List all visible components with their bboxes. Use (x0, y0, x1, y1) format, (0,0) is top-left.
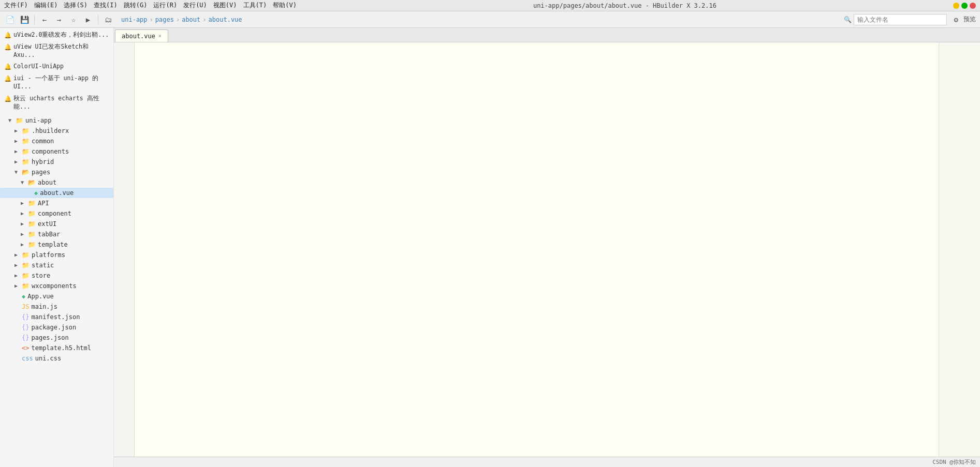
arrow-icon: ▼ (14, 169, 22, 175)
news-item-2[interactable]: 🔔 ColorUI-UniApp (2, 61, 111, 72)
news-item-0[interactable]: 🔔 uView2.0重磅发布，利剑出鞘... (2, 29, 111, 41)
tree-label: package.json (31, 324, 76, 331)
arrow-icon: ▶ (14, 262, 22, 268)
folder-icon: 📁 (28, 241, 36, 248)
tree-label: tabBar (38, 231, 60, 238)
main-layout: 🔔 uView2.0重磅发布，利剑出鞘... 🔔 uView UI已发布Sket… (0, 28, 980, 467)
new-file-button[interactable]: 📄 (4, 14, 16, 25)
tree-item-component[interactable]: ▶ 📁 component (0, 208, 113, 219)
tree-item-package[interactable]: {} package.json (0, 322, 113, 333)
code-panel (114, 42, 980, 457)
menu-item[interactable]: 帮助(V) (273, 1, 297, 10)
filter-button[interactable]: ⚙ (954, 16, 958, 24)
code-editor[interactable] (135, 42, 939, 457)
window-title: uni-app/pages/about/about.vue - HBuilder… (533, 2, 716, 9)
search-box[interactable]: 🔍 (844, 14, 947, 25)
breadcrumb-pages[interactable]: pages (155, 16, 174, 23)
news-label: iui - 一个基于 uni-app 的 UI... (13, 74, 109, 91)
tree-label: API (38, 200, 49, 207)
folder-icon: 📁 (28, 200, 36, 207)
vue-file-icon: ◆ (34, 189, 38, 197)
tree-item-about[interactable]: ▼ 📂 about (0, 177, 113, 188)
json-file-icon: {} (22, 324, 29, 331)
tree-item-app-vue[interactable]: ◆ App.vue (0, 291, 113, 302)
search-icon: 🔍 (844, 16, 852, 23)
menu-item[interactable]: 工具(T) (243, 1, 267, 10)
tab-label: about.vue (122, 33, 155, 40)
tree-item-main-js[interactable]: JS main.js (0, 302, 113, 312)
tree-item-tabbar[interactable]: ▶ 📁 tabBar (0, 229, 113, 239)
menu-item[interactable]: 编辑(E) (34, 1, 58, 10)
menu-item[interactable]: 选择(S) (64, 1, 87, 10)
tree-label: component (38, 210, 71, 217)
tree-label: uni-app (25, 117, 52, 124)
menu-item[interactable]: 运行(R) (153, 1, 177, 10)
back-button[interactable]: ← (39, 14, 50, 25)
titlebar: 文件(F) 编辑(E) 选择(S) 查找(I) 跳转(G) 运行(R) 发行(U… (0, 0, 980, 11)
news-item-1[interactable]: 🔔 uView UI已发布Sketch和Axu... (2, 41, 111, 61)
file-tree: ▼ 📁 uni-app ▶ 📁 .hbuilderx ▶ 📁 common ▶ … (0, 115, 113, 364)
tree-label: pages (32, 169, 50, 176)
news-item-4[interactable]: 🔔 秋云 ucharts echarts 高性能... (2, 93, 111, 112)
tree-label: template.h5.html (31, 344, 91, 352)
code-container[interactable] (114, 42, 939, 457)
tree-item-platforms[interactable]: ▶ 📁 platforms (0, 250, 113, 260)
tree-item-uniapp[interactable]: ▼ 📁 uni-app (0, 115, 113, 126)
news-item-3[interactable]: 🔔 iui - 一个基于 uni-app 的 UI... (2, 72, 111, 92)
tree-item-components[interactable]: ▶ 📁 components (0, 146, 113, 157)
run-button[interactable]: ▶ (82, 14, 94, 25)
tree-item-template-html[interactable]: <> template.h5.html (0, 343, 113, 353)
tree-item-pages[interactable]: ▼ 📂 pages (0, 167, 113, 177)
search-input[interactable] (854, 14, 947, 25)
menu-bar[interactable]: 文件(F) 编辑(E) 选择(S) 查找(I) 跳转(G) 运行(R) 发行(U… (4, 1, 297, 10)
arrow-icon: ▶ (14, 283, 22, 289)
breadcrumb-about[interactable]: about (182, 16, 200, 23)
close-button[interactable] (970, 3, 976, 9)
breadcrumb-root[interactable]: uni-app (121, 16, 148, 23)
window-buttons[interactable] (953, 3, 976, 9)
tree-label: static (32, 262, 54, 269)
tree-item-store[interactable]: ▶ 📁 store (0, 270, 113, 281)
breadcrumb-file[interactable]: about.vue (209, 16, 242, 23)
save-button[interactable]: 💾 (19, 14, 30, 25)
tree-item-hbuilderx[interactable]: ▶ 📁 .hbuilderx (0, 126, 113, 136)
tree-label: App.vue (27, 293, 54, 300)
arrow-icon: ▶ (21, 231, 28, 237)
news-icon: 🔔 (4, 43, 11, 51)
tab-about-vue[interactable]: about.vue × (115, 29, 168, 42)
tree-item-manifest[interactable]: {} manifest.json (0, 312, 113, 322)
minimize-button[interactable] (953, 3, 959, 9)
tree-label: manifest.json (31, 313, 80, 321)
tree-label: extUI (38, 220, 56, 228)
tree-item-pages-json[interactable]: {} pages.json (0, 333, 113, 343)
maximize-button[interactable] (961, 3, 968, 9)
menu-item[interactable]: 文件(F) (4, 1, 28, 10)
folder-icon: 📁 (22, 148, 30, 155)
tree-label: template (38, 241, 68, 248)
menu-item[interactable]: 跳转(G) (124, 1, 148, 10)
tree-item-common[interactable]: ▶ 📁 common (0, 136, 113, 146)
tree-label: uni.css (35, 355, 62, 362)
arrow-icon: ▶ (21, 210, 28, 216)
status-text: CSDN @你知不知 (932, 458, 976, 466)
menu-item[interactable]: 视图(V) (213, 1, 237, 10)
folder-icon: 📁 (28, 231, 36, 238)
explorer-icon[interactable]: 🗂 (103, 14, 114, 25)
tree-item-template[interactable]: ▶ 📁 template (0, 239, 113, 250)
menu-item[interactable]: 发行(U) (183, 1, 207, 10)
tree-item-wxcomponents[interactable]: ▶ 📁 wxcomponents (0, 281, 113, 291)
tree-item-api[interactable]: ▶ 📁 API (0, 198, 113, 208)
view-toggle[interactable]: 预览 (963, 15, 976, 24)
menu-item[interactable]: 查找(I) (94, 1, 118, 10)
tree-item-uni-css[interactable]: css uni.css (0, 353, 113, 364)
tab-close-button[interactable]: × (158, 33, 162, 39)
tree-label: components (32, 148, 69, 155)
folder-icon: 📁 (16, 117, 23, 124)
tree-item-about-vue[interactable]: ◆ about.vue (0, 188, 113, 198)
tree-item-static[interactable]: ▶ 📁 static (0, 260, 113, 270)
news-icon: 🔔 (4, 95, 11, 103)
forward-button[interactable]: → (53, 14, 65, 25)
bookmark-button[interactable]: ☆ (68, 14, 79, 25)
tree-item-extui[interactable]: ▶ 📁 extUI (0, 219, 113, 229)
tree-item-hybrid[interactable]: ▶ 📁 hybrid (0, 157, 113, 167)
